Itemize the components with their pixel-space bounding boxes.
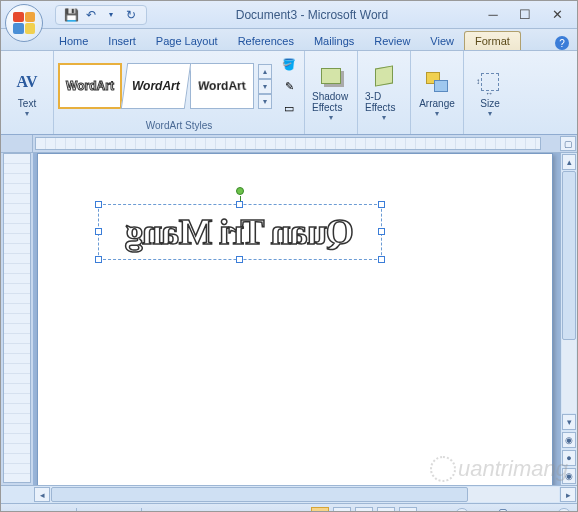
paint-bucket-icon: 🪣: [282, 58, 296, 71]
edit-text-button[interactable]: AV Text ▾: [5, 61, 49, 125]
cube-icon: [370, 64, 398, 89]
tab-review[interactable]: Review: [364, 32, 420, 50]
wordart-object[interactable]: Quan Tri Mang: [98, 204, 382, 260]
shape-fill-button[interactable]: 🪣: [278, 54, 300, 74]
chevron-down-icon: ▾: [435, 109, 439, 118]
rotate-handle[interactable]: [236, 187, 244, 195]
tab-home[interactable]: Home: [49, 32, 98, 50]
vertical-ruler-col: [1, 153, 33, 485]
next-page-button[interactable]: ◉: [562, 468, 576, 484]
group-wordart-styles: WordArt WordArt WordArt ▴ ▾ ▾ 🪣 ✎ ▭ Word…: [54, 51, 305, 134]
redo-icon[interactable]: ↻: [124, 8, 138, 22]
group-label-styles: WordArt Styles: [58, 119, 300, 132]
pencil-icon: ✎: [285, 80, 294, 93]
undo-icon[interactable]: ↶: [84, 8, 98, 22]
group-text: AV Text ▾: [1, 51, 54, 134]
chevron-down-icon: ▾: [329, 113, 333, 122]
ruler-corner[interactable]: [1, 135, 33, 152]
zoom-in-button[interactable]: +: [557, 508, 571, 513]
wordart-style-3[interactable]: WordArt: [190, 63, 254, 109]
ribbon-tabs: Home Insert Page Layout References Maili…: [1, 29, 577, 51]
view-draft[interactable]: [399, 507, 417, 513]
ribbon: AV Text ▾ WordArt WordArt WordArt ▴ ▾ ▾ …: [1, 51, 577, 135]
tab-page-layout[interactable]: Page Layout: [146, 32, 228, 50]
tab-references[interactable]: References: [228, 32, 304, 50]
zoom-thumb[interactable]: [499, 509, 507, 513]
quick-access-toolbar: 💾 ↶ ▾ ↻: [55, 5, 147, 25]
horizontal-scrollbar: ◂ ▸: [1, 485, 577, 503]
window-title: Document3 - Microsoft Word: [147, 8, 477, 22]
size-button[interactable]: ↕↔ Size ▾: [468, 61, 512, 125]
save-icon[interactable]: 💾: [64, 8, 78, 22]
view-web-layout[interactable]: [355, 507, 373, 513]
shape-icon: ▭: [284, 102, 294, 115]
view-print-layout[interactable]: [311, 507, 329, 513]
prev-page-button[interactable]: ◉: [562, 432, 576, 448]
view-full-screen[interactable]: [333, 507, 351, 513]
change-shape-button[interactable]: ▭: [278, 98, 300, 118]
size-icon: ↕↔: [476, 68, 504, 96]
page-area[interactable]: Quan Tri Mang: [33, 153, 560, 485]
tab-format[interactable]: Format: [464, 31, 521, 50]
gallery-scroll-up[interactable]: ▴: [258, 64, 272, 79]
wordart-gallery: WordArt WordArt WordArt ▴ ▾ ▾: [58, 63, 272, 109]
scroll-h-track[interactable]: [51, 487, 559, 502]
minimize-button[interactable]: ─: [477, 4, 509, 26]
chevron-down-icon: ▾: [488, 109, 492, 118]
gallery-scroll-down[interactable]: ▾: [258, 79, 272, 94]
3d-effects-button[interactable]: 3-D Effects ▾: [362, 61, 406, 125]
zoom-level[interactable]: 66%: [425, 509, 447, 513]
vertical-scrollbar: ▴ ▾ ◉ ● ◉: [560, 153, 577, 485]
browse-object-button[interactable]: ●: [562, 450, 576, 466]
arrange-icon: [423, 68, 451, 96]
ruler-toggle[interactable]: ▢: [560, 136, 576, 151]
gallery-scroll: ▴ ▾ ▾: [258, 64, 272, 109]
edit-text-label: Text: [18, 98, 36, 109]
scroll-v-track[interactable]: [562, 171, 576, 413]
scroll-down-button[interactable]: ▾: [562, 414, 576, 430]
status-bar: Page: 1 of 1 Words: 0 ✓ 66% − +: [1, 503, 577, 512]
group-size: ↕↔ Size ▾: [464, 51, 516, 134]
scroll-h-thumb[interactable]: [51, 487, 468, 502]
tab-view[interactable]: View: [420, 32, 464, 50]
arrange-button[interactable]: Arrange ▾: [415, 61, 459, 125]
status-words[interactable]: Words: 0: [87, 509, 131, 513]
scroll-v-thumb[interactable]: [562, 171, 576, 340]
tab-insert[interactable]: Insert: [98, 32, 146, 50]
edit-text-icon: AV: [13, 68, 41, 96]
workspace: Quan Tri Mang ▴ ▾ ◉ ● ◉: [1, 153, 577, 485]
horizontal-ruler[interactable]: [35, 137, 541, 150]
scroll-left-button[interactable]: ◂: [34, 487, 50, 502]
chevron-down-icon: ▾: [25, 109, 29, 118]
window-controls: ─ ☐ ✕: [477, 4, 573, 26]
horizontal-ruler-row: ▢: [1, 135, 577, 153]
close-button[interactable]: ✕: [541, 4, 573, 26]
wordart-style-2[interactable]: WordArt: [121, 63, 191, 109]
tab-mailings[interactable]: Mailings: [304, 32, 364, 50]
scroll-up-button[interactable]: ▴: [562, 154, 576, 170]
group-arrange: Arrange ▾: [411, 51, 464, 134]
title-bar: 💾 ↶ ▾ ↻ Document3 - Microsoft Word ─ ☐ ✕: [1, 1, 577, 29]
status-right: 66% − +: [311, 507, 571, 513]
view-outline[interactable]: [377, 507, 395, 513]
chevron-down-icon: ▾: [382, 113, 386, 122]
wordart-tools: 🪣 ✎ ▭: [278, 54, 300, 118]
shape-outline-button[interactable]: ✎: [278, 76, 300, 96]
group-shadow: Shadow Effects ▾: [305, 51, 358, 134]
help-icon[interactable]: ?: [555, 36, 569, 50]
scroll-right-button[interactable]: ▸: [560, 487, 576, 502]
wordart-text[interactable]: Quan Tri Mang: [99, 205, 381, 259]
shadow-effects-button[interactable]: Shadow Effects ▾: [309, 61, 353, 125]
shadow-icon: [317, 64, 345, 89]
proofing-icon[interactable]: ✓: [152, 508, 161, 512]
qat-dropdown-icon[interactable]: ▾: [104, 8, 118, 22]
zoom-out-button[interactable]: −: [455, 508, 469, 513]
vertical-ruler[interactable]: [3, 153, 31, 483]
document-page[interactable]: Quan Tri Mang: [37, 153, 553, 485]
wordart-style-1[interactable]: WordArt: [58, 63, 122, 109]
office-logo-icon: [13, 12, 35, 34]
gallery-more[interactable]: ▾: [258, 94, 272, 109]
status-page[interactable]: Page: 1 of 1: [7, 509, 66, 513]
maximize-button[interactable]: ☐: [509, 4, 541, 26]
office-button[interactable]: [5, 4, 43, 42]
